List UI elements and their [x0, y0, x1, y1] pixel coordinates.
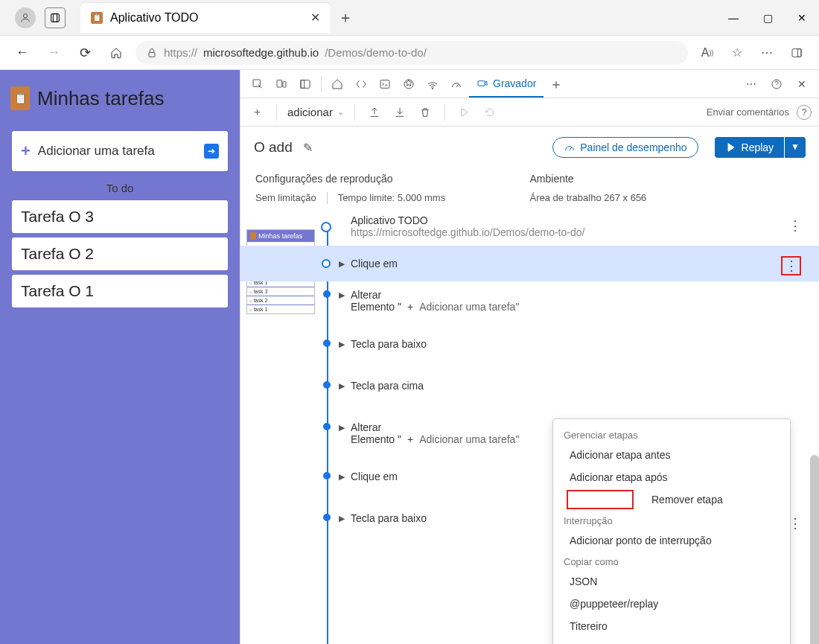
- menu-remove-step[interactable]: Remover etapa: [553, 488, 790, 511]
- url-input[interactable]: https://microsoftedge.github.io/Demos/de…: [136, 41, 688, 65]
- menu-group-break: Interrupção: [553, 511, 790, 529]
- timeout-value[interactable]: Tempo limite: 5.000 mms: [338, 192, 446, 204]
- tab-recorder[interactable]: Gravador: [469, 71, 544, 98]
- forward-button: →: [42, 41, 66, 65]
- more-tools-icon[interactable]: ⋯: [740, 73, 762, 95]
- submit-task-icon[interactable]: ➔: [204, 144, 219, 159]
- play-step-icon[interactable]: [456, 103, 474, 121]
- step-keydown[interactable]: ▶ Tecla para baixo: [240, 331, 819, 357]
- url-prefix: https://: [164, 46, 197, 59]
- back-button[interactable]: ←: [10, 41, 34, 65]
- step-keyup[interactable]: ▶ Tecla para cima: [240, 372, 819, 399]
- svg-point-13: [432, 88, 433, 89]
- task-item[interactable]: Tarefa O 2: [12, 237, 228, 270]
- elements-tab-icon[interactable]: [350, 73, 372, 95]
- step-more-icon[interactable]: ⋮: [781, 256, 801, 275]
- menu-add-step-before[interactable]: Adicionar etapa antes: [553, 444, 790, 466]
- send-feedback-link[interactable]: Enviar comentários: [707, 106, 789, 118]
- svg-rect-8: [283, 81, 286, 86]
- import-icon[interactable]: [391, 103, 409, 121]
- menu-copy-json[interactable]: JSON: [553, 570, 790, 593]
- replay-dropdown[interactable]: ▼: [785, 137, 806, 158]
- close-tab-icon[interactable]: ✕: [310, 10, 320, 25]
- edit-name-icon[interactable]: ✎: [303, 141, 313, 155]
- address-bar: ← → ⟳ https://microsoftedge.github.io/De…: [0, 36, 819, 70]
- new-tab-button[interactable]: ＋: [338, 7, 353, 28]
- svg-rect-5: [797, 48, 801, 57]
- read-aloud-icon[interactable]: A)): [695, 41, 719, 65]
- add-tab-button[interactable]: ＋: [549, 75, 563, 93]
- svg-rect-9: [301, 80, 310, 88]
- minimize-button[interactable]: —: [716, 0, 751, 36]
- throttle-value[interactable]: Sem limitação: [255, 192, 316, 204]
- repro-settings-heading: Configurações de reprodução: [255, 173, 530, 185]
- step-label: Tecla para cima: [351, 380, 424, 392]
- replay-label: Replay: [742, 141, 774, 153]
- step-click[interactable]: ▶ Clique em ⋮: [240, 246, 819, 281]
- replay-step-icon[interactable]: [481, 103, 499, 121]
- export-icon[interactable]: [366, 103, 383, 121]
- svg-point-0: [23, 13, 27, 17]
- workspaces-icon[interactable]: [45, 7, 66, 28]
- close-window-button[interactable]: ✕: [785, 0, 819, 36]
- sources-tab-icon[interactable]: [398, 73, 420, 95]
- step-title: Aplicativo TODO: [351, 214, 789, 226]
- task-item[interactable]: Tarefa O 1: [12, 275, 228, 307]
- menu-add-step-after[interactable]: Adicionar etapa após: [553, 466, 790, 488]
- recording-selector[interactable]: adicionar ⌄: [287, 106, 344, 118]
- step-label: Clique em: [351, 471, 398, 482]
- devtools-tab-strip: Gravador ＋ ⋯ ✕: [240, 70, 819, 98]
- recorder-help-icon[interactable]: ?: [797, 105, 812, 120]
- lock-icon: [146, 47, 158, 59]
- clipboard-icon: 📋: [10, 86, 30, 110]
- viewport-value[interactable]: Área de trabalho 267 x 656: [530, 192, 647, 203]
- menu-group-manage: Gerenciar etapas: [553, 425, 790, 444]
- profile-icon[interactable]: [15, 7, 36, 28]
- recording-select-label: adicionar: [287, 106, 333, 118]
- menu-copy-puppeteer-replay[interactable]: @puppeteer/replay: [553, 593, 790, 615]
- step-change[interactable]: ▶ Alterar Elemento " + Adicionar uma tar…: [240, 281, 819, 320]
- performance-panel-button[interactable]: Painel de desempenho: [552, 137, 698, 158]
- performance-tab-icon[interactable]: [445, 73, 468, 95]
- step-label: Alterar: [351, 289, 381, 301]
- console-tab-icon[interactable]: [374, 73, 396, 95]
- perf-panel-label: Painel de desempenho: [580, 141, 686, 153]
- scrollbar-thumb[interactable]: [810, 455, 819, 644]
- step-navigate[interactable]: Aplicativo TODO https://microsoftedge.gi…: [240, 207, 819, 246]
- svg-rect-3: [149, 52, 155, 57]
- more-menu-icon[interactable]: ⋯: [755, 41, 779, 65]
- delete-icon[interactable]: [416, 103, 434, 121]
- svg-rect-1: [51, 13, 60, 22]
- task-item[interactable]: Tarefa O 3: [12, 200, 228, 233]
- network-tab-icon[interactable]: [421, 73, 444, 95]
- add-task-label: Adicionar uma tarefa: [38, 144, 197, 159]
- sidebar-toggle-icon[interactable]: [785, 41, 809, 65]
- step-more-icon[interactable]: ⋮: [788, 217, 801, 234]
- menu-copy-puppeteer-lh[interactable]: Puppeteer (incluindo análise do Lighthou…: [553, 637, 790, 644]
- todo-section-label: To do: [0, 182, 240, 194]
- new-recording-icon[interactable]: ＋: [248, 103, 266, 121]
- home-button[interactable]: [104, 41, 128, 65]
- inspect-icon[interactable]: [246, 73, 269, 95]
- replay-button[interactable]: Replay: [715, 137, 785, 158]
- browser-tab[interactable]: 📋 Aplicativo TODO ✕: [80, 3, 331, 33]
- refresh-button[interactable]: ⟳: [73, 41, 97, 65]
- recording-name: O add: [254, 139, 293, 156]
- menu-add-breakpoint[interactable]: Adicionar ponto de interrupção: [553, 529, 790, 552]
- step-context-menu: Gerenciar etapas Adicionar etapa antes A…: [552, 418, 791, 644]
- svg-point-12: [404, 80, 413, 89]
- dock-icon[interactable]: [294, 73, 316, 95]
- device-icon[interactable]: [270, 73, 293, 95]
- maximize-button[interactable]: ▢: [751, 0, 785, 36]
- clipboard-icon: 📋: [91, 12, 103, 24]
- help-icon[interactable]: [765, 73, 788, 95]
- highlight-box: [567, 490, 634, 509]
- env-heading: Ambiente: [530, 173, 805, 185]
- welcome-tab-icon[interactable]: [326, 73, 348, 95]
- step-label: Clique em: [351, 258, 398, 270]
- menu-copy-puppeteer[interactable]: Titereiro: [553, 615, 790, 637]
- favorite-icon[interactable]: ☆: [725, 41, 749, 65]
- window-titlebar: 📋 Aplicativo TODO ✕ ＋ — ▢ ✕: [0, 0, 819, 36]
- add-task-input[interactable]: + Adicionar uma tarefa ➔: [12, 131, 228, 171]
- close-devtools-icon[interactable]: ✕: [791, 73, 813, 95]
